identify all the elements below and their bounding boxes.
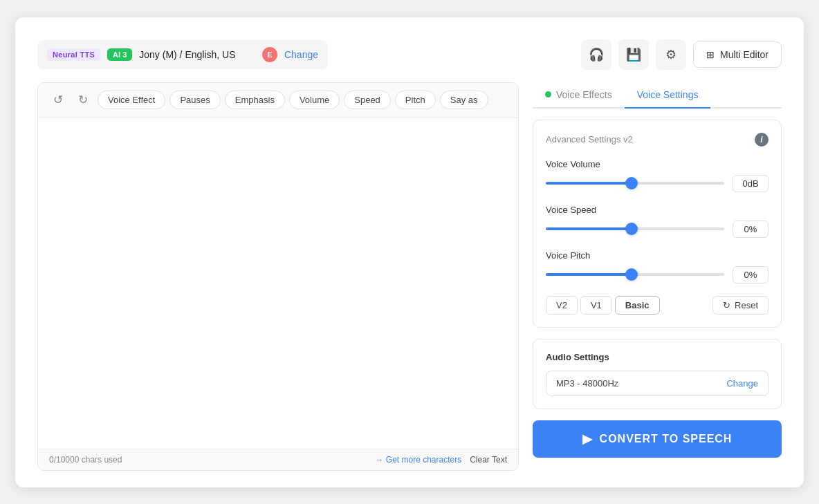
voice-volume-label: Voice Volume	[546, 159, 769, 169]
voice-volume-fill	[546, 182, 632, 185]
voice-volume-value: 0dB	[733, 175, 769, 192]
audio-change-button[interactable]: Change	[726, 378, 758, 389]
tab-voice-settings[interactable]: Voice Settings	[625, 82, 711, 109]
ai-badge: AI 3	[107, 48, 132, 61]
headphone-button[interactable]: 🎧	[581, 39, 611, 70]
voice-volume-slider-row: 0dB	[546, 175, 769, 192]
neural-tts-badge: Neural TTS	[47, 48, 100, 61]
redo-button[interactable]: ↻	[73, 90, 93, 111]
header: Neural TTS AI 3 Jony (M) / English, US E…	[37, 39, 782, 70]
tabs-bar: Voice Effects Voice Settings	[533, 82, 782, 109]
toolbar-pill-voice-effect[interactable]: Voice Effect	[98, 91, 165, 109]
multi-editor-button[interactable]: ⊞ Multi Editor	[693, 41, 782, 68]
version-v2-button[interactable]: V2	[546, 296, 578, 315]
reset-icon: ↻	[723, 300, 730, 310]
audio-settings-card: Audio Settings MP3 - 48000Hz Change	[533, 339, 782, 409]
undo-button[interactable]: ↺	[48, 90, 68, 111]
voice-volume-thumb[interactable]	[625, 177, 638, 189]
version-basic-button[interactable]: Basic	[615, 296, 660, 315]
version-v1-button[interactable]: V1	[580, 296, 612, 315]
voice-pitch-track	[546, 273, 724, 276]
voice-volume-track	[546, 182, 724, 185]
tab-voice-effects-label: Voice Effects	[556, 89, 612, 100]
clear-text-button[interactable]: Clear Text	[470, 455, 507, 465]
voice-pitch-fill	[546, 273, 632, 276]
gear-icon: ⚙	[665, 47, 677, 62]
audio-format: MP3 - 48000Hz	[556, 378, 618, 389]
voice-speed-track	[546, 227, 724, 230]
toolbar-pill-pauses[interactable]: Pauses	[169, 91, 220, 109]
voice-speed-fill	[546, 227, 632, 230]
change-voice-button[interactable]: Change	[284, 49, 318, 60]
right-panel: Voice Effects Voice Settings Advanced Se…	[533, 82, 782, 471]
settings-card: Advanced Settings v2 i Voice Volume 0dB	[533, 120, 782, 328]
multi-editor-label: Multi Editor	[720, 49, 769, 60]
convert-to-speech-button[interactable]: ▶ CONVERT TO SPEECH	[533, 420, 782, 458]
undo-icon: ↺	[53, 93, 63, 107]
gear-button[interactable]: ⚙	[656, 39, 686, 70]
e-badge: E	[262, 47, 277, 62]
text-input[interactable]	[38, 118, 518, 449]
redo-icon: ↻	[78, 93, 88, 107]
voice-volume-row: Voice Volume 0dB	[546, 159, 769, 192]
voice-speed-label: Voice Speed	[546, 205, 769, 215]
voice-pitch-thumb[interactable]	[625, 268, 638, 281]
voice-volume-slider-wrap	[546, 176, 724, 190]
text-area-footer: 0/10000 chars used → Get more characters…	[38, 449, 518, 470]
chars-used: 0/10000 chars used	[49, 455, 122, 465]
multi-editor-icon: ⊞	[706, 49, 715, 60]
toolbar-pill-speed[interactable]: Speed	[344, 91, 391, 109]
voice-speed-row: Voice Speed 0%	[546, 205, 769, 238]
toolbar: ↺ ↻ Voice Effect Pauses Emphasis Volume …	[38, 83, 518, 118]
convert-label: CONVERT TO SPEECH	[600, 433, 733, 445]
version-row: V2 V1 Basic ↻ Reset	[546, 296, 769, 315]
voice-speed-slider-row: 0%	[546, 221, 769, 238]
voice-speed-slider-wrap	[546, 222, 724, 236]
voice-effects-dot	[545, 91, 551, 97]
voice-speed-value: 0%	[733, 221, 769, 238]
advanced-settings-label: Advanced Settings v2	[546, 134, 633, 144]
headphone-icon: 🎧	[589, 47, 604, 62]
play-icon: ▶	[582, 431, 593, 447]
header-icons: 🎧 💾 ⚙ ⊞ Multi Editor	[581, 39, 782, 70]
tab-voice-effects[interactable]: Voice Effects	[533, 82, 625, 109]
voice-pitch-row: Voice Pitch 0%	[546, 250, 769, 283]
voice-speed-thumb[interactable]	[625, 223, 638, 235]
voice-pitch-label: Voice Pitch	[546, 250, 769, 261]
tab-voice-settings-label: Voice Settings	[637, 89, 699, 100]
voice-pitch-slider-wrap	[546, 268, 724, 281]
settings-header: Advanced Settings v2 i	[546, 133, 769, 147]
save-button[interactable]: 💾	[618, 39, 649, 70]
audio-format-row: MP3 - 48000Hz Change	[546, 371, 769, 396]
body-layout: ↺ ↻ Voice Effect Pauses Emphasis Volume …	[37, 82, 782, 471]
toolbar-pill-volume[interactable]: Volume	[289, 91, 340, 109]
audio-settings-label: Audio Settings	[546, 352, 769, 362]
left-panel: ↺ ↻ Voice Effect Pauses Emphasis Volume …	[37, 82, 519, 471]
save-icon: 💾	[626, 47, 641, 62]
voice-pitch-slider-row: 0%	[546, 266, 769, 283]
footer-right: → Get more characters Clear Text	[375, 455, 507, 465]
reset-button[interactable]: ↻ Reset	[712, 296, 769, 315]
reset-label: Reset	[735, 300, 758, 310]
info-icon: i	[755, 133, 769, 147]
toolbar-pill-emphasis[interactable]: Emphasis	[225, 91, 285, 109]
voice-name: Jony (M) / English, US	[139, 49, 255, 60]
get-more-characters-link[interactable]: → Get more characters	[375, 455, 461, 465]
voice-pitch-value: 0%	[733, 266, 769, 283]
header-left: Neural TTS AI 3 Jony (M) / English, US E…	[37, 40, 328, 69]
toolbar-pill-pitch[interactable]: Pitch	[395, 91, 436, 109]
main-container: Neural TTS AI 3 Jony (M) / English, US E…	[15, 17, 804, 487]
toolbar-pill-say-as[interactable]: Say as	[440, 91, 488, 109]
version-buttons: V2 V1 Basic	[546, 296, 660, 315]
